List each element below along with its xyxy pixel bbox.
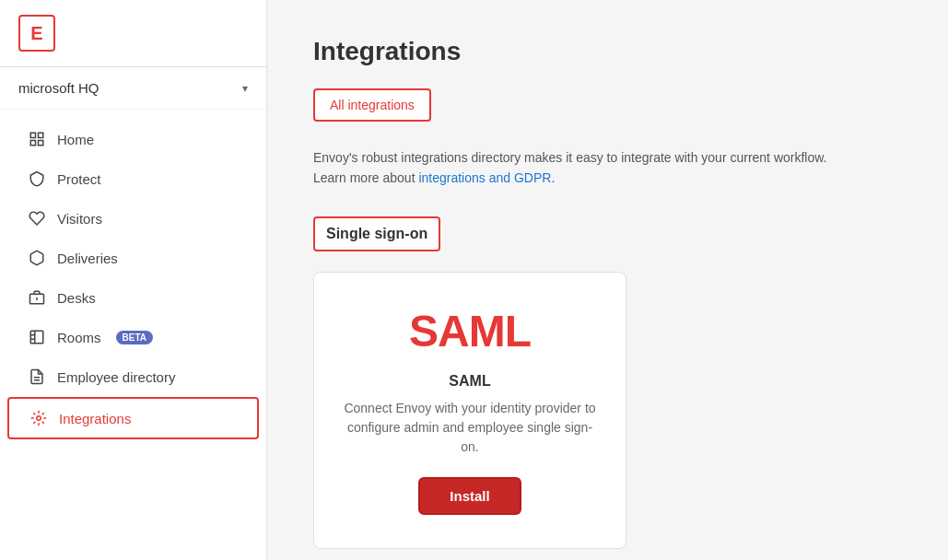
logo-area: E — [0, 0, 266, 67]
svg-rect-6 — [30, 331, 43, 344]
sidebar-item-rooms[interactable]: Rooms BETA — [7, 318, 259, 356]
main-content: Integrations All integrations Envoy's ro… — [267, 0, 948, 560]
integrations-icon — [29, 409, 48, 427]
visitors-icon — [28, 209, 46, 228]
sidebar-item-rooms-label: Rooms — [57, 330, 101, 345]
tab-all-integrations[interactable]: All integrations — [313, 88, 431, 122]
workspace-selector[interactable]: microsoft HQ ▾ — [0, 67, 266, 110]
chevron-down-icon: ▾ — [242, 82, 248, 95]
sidebar-item-employee-directory[interactable]: Employee directory — [7, 357, 259, 396]
saml-card: SAML SAML Connect Envoy with your identi… — [313, 272, 626, 549]
saml-logo: SAML — [409, 306, 531, 356]
sidebar-item-desks[interactable]: Desks — [7, 278, 259, 317]
rooms-icon — [28, 328, 46, 346]
beta-badge: BETA — [116, 331, 153, 344]
svg-point-9 — [37, 416, 41, 421]
sidebar-item-visitors-label: Visitors — [57, 211, 102, 227]
employee-directory-icon — [28, 368, 46, 386]
gdpr-link[interactable]: integrations and GDPR — [418, 170, 551, 185]
tabs-bar: All integrations — [313, 88, 902, 122]
svg-rect-2 — [39, 141, 43, 146]
cards-grid: SAML SAML Connect Envoy with your identi… — [313, 272, 902, 549]
description-text: Envoy's robust integrations directory ma… — [313, 147, 902, 189]
section-header-sso: Single sign-on — [313, 216, 440, 251]
svg-rect-0 — [30, 133, 35, 137]
sidebar-item-desks-label: Desks — [57, 290, 96, 306]
protect-icon — [28, 169, 46, 188]
deliveries-icon — [28, 249, 46, 267]
sidebar-nav: Home Protect Visitors — [0, 110, 266, 560]
svg-rect-1 — [39, 133, 43, 137]
desks-icon — [28, 288, 46, 307]
sidebar-item-home-label: Home — [57, 132, 94, 147]
sidebar-item-integrations[interactable]: Integrations — [7, 397, 259, 439]
sidebar-item-integrations-label: Integrations — [59, 411, 131, 426]
sidebar-item-visitors[interactable]: Visitors — [7, 199, 259, 238]
sidebar-item-home[interactable]: Home — [7, 120, 259, 158]
page-title: Integrations — [313, 37, 902, 66]
svg-rect-3 — [30, 141, 35, 146]
card-title: SAML — [449, 373, 490, 390]
sidebar: E microsoft HQ ▾ Home Protect — [0, 0, 267, 560]
install-button[interactable]: Install — [418, 477, 521, 515]
home-icon — [28, 130, 46, 148]
sidebar-item-protect[interactable]: Protect — [7, 159, 259, 198]
sidebar-item-deliveries[interactable]: Deliveries — [7, 239, 259, 277]
sidebar-item-protect-label: Protect — [57, 171, 101, 187]
sidebar-item-deliveries-label: Deliveries — [57, 251, 118, 266]
workspace-name: microsoft HQ — [18, 80, 99, 96]
app-logo: E — [18, 15, 55, 52]
card-description: Connect Envoy with your identity provide… — [342, 399, 598, 457]
sidebar-item-employee-directory-label: Employee directory — [57, 369, 175, 385]
